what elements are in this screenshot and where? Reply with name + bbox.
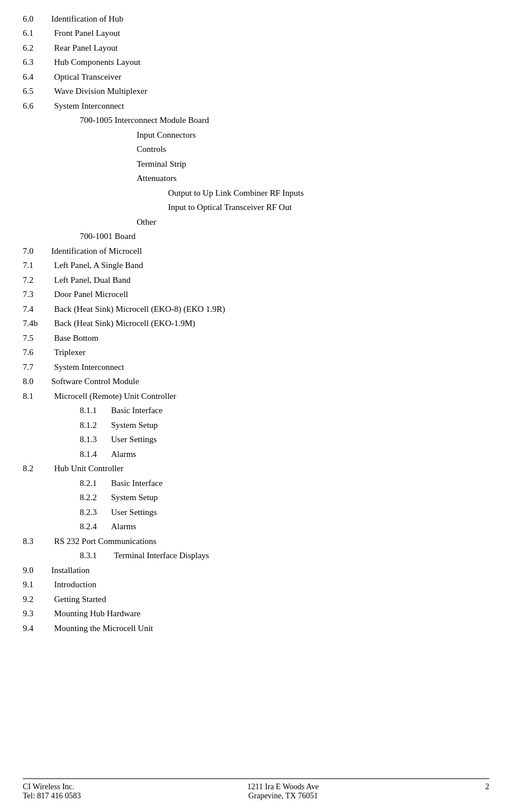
toc-item-output-uplink: Output to Up Link Combiner RF Inputs — [23, 186, 489, 200]
toc-item-8: 8.0 Software Control Module — [23, 374, 489, 389]
footer-phone: Tel: 817 416 0583 — [23, 792, 81, 801]
toc-num-65: 6.5 — [23, 85, 54, 98]
toc-num-7: 7.0 — [23, 245, 51, 258]
toc-label-9: Installation — [51, 564, 90, 577]
toc-item-700-1005: 700-1005 Interconnect Module Board — [23, 113, 489, 128]
toc-num-824: 8.2.4 — [80, 520, 111, 533]
toc-num-93: 9.3 — [23, 607, 54, 620]
toc-num-71: 7.1 — [23, 259, 54, 272]
toc-label-814: Alarms — [111, 448, 136, 461]
toc-label-75: Base Bottom — [54, 332, 99, 345]
toc-item-91: 9.1 Introduction — [23, 578, 489, 592]
toc-num-822: 8.2.2 — [80, 491, 111, 504]
toc-num-92: 9.2 — [23, 593, 54, 606]
toc-label-input-optical: Input to Optical Transceiver RF Out — [168, 201, 292, 214]
toc-num-814: 8.1.4 — [80, 448, 111, 461]
toc-label-91: Introduction — [54, 578, 96, 591]
toc-label-813: User Settings — [111, 433, 157, 446]
toc-label-6: Identification of Hub — [51, 13, 124, 26]
toc-num-821: 8.2.1 — [80, 477, 111, 490]
toc-label-other: Other — [137, 216, 156, 229]
toc-label-input-connectors: Input Connectors — [137, 129, 196, 142]
toc-num-83: 8.3 — [23, 535, 54, 548]
toc-item-75: 7.5 Base Bottom — [23, 331, 489, 345]
toc-num-76: 7.6 — [23, 346, 54, 359]
footer-page-number: 2 — [485, 782, 489, 792]
toc-label-8: Software Control Module — [51, 375, 139, 388]
toc-label-attenuators: Attenuators — [137, 172, 177, 185]
toc-item-92: 9.2 Getting Started — [23, 592, 489, 607]
toc-item-attenuators: Attenuators — [23, 171, 489, 186]
toc-num-831: 8.3.1 — [80, 549, 111, 562]
toc-item-93: 9.3 Mounting Hub Hardware — [23, 607, 489, 621]
toc-label-831: Terminal Interface Displays — [111, 549, 209, 562]
toc-item-74b: 7.4b Back (Heat Sink) Microcell (EKO-1.9… — [23, 316, 489, 331]
toc-num-66: 6.6 — [23, 100, 54, 113]
toc-label-63: Hub Components Layout — [54, 56, 141, 69]
toc-label-terminal-strip: Terminal Strip — [137, 158, 186, 171]
toc-item-63: 6.3 Hub Components Layout — [23, 55, 489, 70]
toc-item-82: 8.2 Hub Unit Controller — [23, 461, 489, 476]
toc-num-72: 7.2 — [23, 274, 54, 287]
toc-item-824: 8.2.4 Alarms — [23, 520, 489, 534]
toc-num-811: 8.1.1 — [80, 404, 111, 417]
footer-company-name: CI Wireless Inc. — [23, 782, 81, 792]
toc-num-823: 8.2.3 — [80, 506, 111, 519]
footer-company-info: CI Wireless Inc. Tel: 817 416 0583 — [23, 782, 81, 801]
toc-label-823: User Settings — [111, 506, 157, 519]
toc-item-65: 6.5 Wave Division Multiplexer — [23, 84, 489, 99]
page-footer: CI Wireless Inc. Tel: 817 416 0583 1211 … — [23, 778, 489, 801]
toc-label-83: RS 232 Port Communications — [54, 535, 157, 548]
toc-label-821: Basic Interface — [111, 477, 162, 490]
toc-item-831: 8.3.1 Terminal Interface Displays — [23, 549, 489, 563]
footer-address-line2: Grapevine, TX 76051 — [248, 792, 318, 801]
toc-label-94: Mounting the Microcell Unit — [54, 622, 153, 635]
toc-label-700-1001: 700-1001 Board — [80, 230, 136, 243]
toc-item-94: 9.4 Mounting the Microcell Unit — [23, 621, 489, 636]
toc-label-93: Mounting Hub Hardware — [54, 607, 141, 620]
toc-label-76: Triplexer — [54, 346, 85, 359]
toc-item-input-connectors: Input Connectors — [23, 127, 489, 142]
toc-num-6: 6.0 — [23, 13, 51, 26]
toc-label-822: System Setup — [111, 491, 158, 504]
toc-label-82: Hub Unit Controller — [54, 462, 124, 475]
toc-num-61: 6.1 — [23, 27, 54, 40]
toc-item-77: 7.7 System Interconnect — [23, 360, 489, 374]
toc-num-9: 9.0 — [23, 564, 51, 577]
footer-address-line1: 1211 Ira E Woods Ave — [247, 782, 318, 792]
toc-item-74: 7.4 Back (Heat Sink) Microcell (EKO-8) (… — [23, 302, 489, 316]
toc-num-91: 9.1 — [23, 578, 54, 591]
toc-num-74b: 7.4b — [23, 317, 54, 330]
toc-item-81: 8.1 Microcell (Remote) Unit Controller — [23, 389, 489, 403]
toc-label-811: Basic Interface — [111, 404, 162, 417]
toc-item-822: 8.2.2 System Setup — [23, 491, 489, 505]
toc-item-71: 7.1 Left Panel, A Single Band — [23, 258, 489, 273]
page-container: 6.0 Identification of Hub 6.1 Front Pane… — [0, 0, 512, 812]
toc-item-61: 6.1 Front Panel Layout — [23, 26, 489, 41]
toc-num-8: 8.0 — [23, 375, 51, 388]
toc-item-7: 7.0 Identification of Microcell — [23, 244, 489, 258]
toc-label-92: Getting Started — [54, 593, 106, 606]
toc-label-71: Left Panel, A Single Band — [54, 259, 143, 272]
toc-label-64: Optical Transceiver — [54, 71, 121, 84]
toc-item-73: 7.3 Door Panel Microcell — [23, 287, 489, 302]
toc-item-812: 8.1.2 System Setup — [23, 418, 489, 432]
toc-label-7: Identification of Microcell — [51, 245, 142, 258]
toc-item-input-optical: Input to Optical Transceiver RF Out — [23, 200, 489, 215]
toc-item-811: 8.1.1 Basic Interface — [23, 403, 489, 418]
toc-num-62: 6.2 — [23, 42, 54, 55]
toc-num-812: 8.1.2 — [80, 419, 111, 432]
toc-item-700-1001: 700-1001 Board — [23, 229, 489, 244]
toc-num-64: 6.4 — [23, 71, 54, 84]
toc-label-controls: Controls — [137, 143, 166, 156]
toc-label-61: Front Panel Layout — [54, 27, 120, 40]
toc-label-74: Back (Heat Sink) Microcell (EKO-8) (EKO … — [54, 303, 225, 316]
toc-label-824: Alarms — [111, 520, 136, 533]
toc-label-77: System Interconnect — [54, 361, 124, 374]
footer-address: 1211 Ira E Woods Ave Grapevine, TX 76051 — [247, 782, 318, 801]
toc-item-6: 6.0 Identification of Hub — [23, 11, 489, 26]
toc-num-82: 8.2 — [23, 462, 54, 475]
toc-item-814: 8.1.4 Alarms — [23, 447, 489, 461]
toc-item-other: Other — [23, 215, 489, 229]
toc-num-73: 7.3 — [23, 288, 54, 301]
